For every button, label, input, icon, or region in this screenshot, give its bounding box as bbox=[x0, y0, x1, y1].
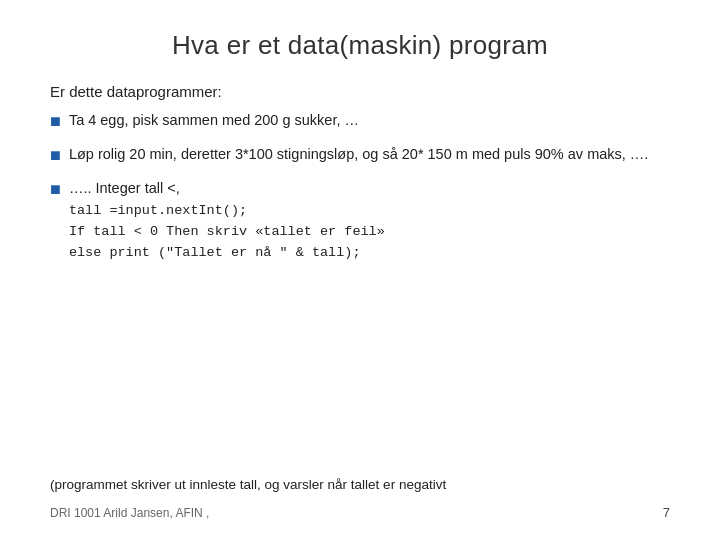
list-item: ■ ….. Integer tall <, tall =input.nextIn… bbox=[50, 178, 670, 264]
code-block: tall =input.nextInt(); If tall < 0 Then … bbox=[69, 201, 670, 264]
bullet-icon: ■ bbox=[50, 177, 61, 202]
bullet-text: Løp rolig 20 min, deretter 3*100 stignin… bbox=[69, 144, 670, 165]
bullet-text: Ta 4 egg, pisk sammen med 200 g sukker, … bbox=[69, 110, 670, 131]
footer-credit: DRI 1001 Arild Jansen, AFIN , bbox=[50, 506, 209, 520]
intro-text: Er dette dataprogrammer: bbox=[50, 83, 670, 100]
slide-title: Hva er et data(maskin) program bbox=[50, 30, 670, 61]
slide: Hva er et data(maskin) program Er dette … bbox=[0, 0, 720, 540]
footnote: (programmet skriver ut innleste tall, og… bbox=[50, 476, 670, 495]
list-item: ■ Ta 4 egg, pisk sammen med 200 g sukker… bbox=[50, 110, 670, 134]
code-line-1: tall =input.nextInt(); bbox=[69, 201, 670, 222]
code-line-2: If tall < 0 Then skriv «tallet er feil» bbox=[69, 222, 670, 243]
bullet-list: ■ Ta 4 egg, pisk sammen med 200 g sukker… bbox=[50, 110, 670, 470]
list-item: ■ Løp rolig 20 min, deretter 3*100 stign… bbox=[50, 144, 670, 168]
footer: DRI 1001 Arild Jansen, AFIN , 7 bbox=[50, 495, 670, 520]
bullet-icon: ■ bbox=[50, 109, 61, 134]
code-line-3: else print ("Tallet er nå " & tall); bbox=[69, 243, 670, 264]
bullet-prefix: ….. Integer tall <, bbox=[69, 180, 180, 196]
bullet-icon: ■ bbox=[50, 143, 61, 168]
bullet-content-3: ….. Integer tall <, tall =input.nextInt(… bbox=[69, 178, 670, 264]
footer-page-number: 7 bbox=[663, 505, 670, 520]
